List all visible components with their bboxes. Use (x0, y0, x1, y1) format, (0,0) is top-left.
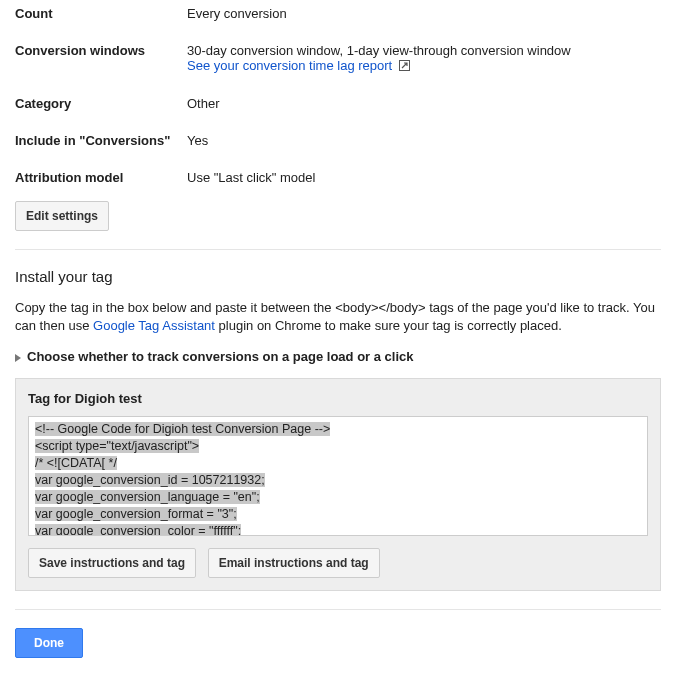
chevron-right-icon (15, 354, 21, 362)
row-count: Count Every conversion (15, 0, 661, 37)
row-attribution: Attribution model Use "Last click" model (15, 164, 661, 201)
tag-box: Tag for Digioh test <!-- Google Code for… (15, 378, 661, 591)
install-tag-title: Install your tag (15, 268, 661, 285)
label-include: Include in "Conversions" (15, 127, 187, 164)
row-category: Category Other (15, 90, 661, 127)
value-count: Every conversion (187, 0, 661, 37)
external-link-icon (399, 59, 410, 74)
install-description: Copy the tag in the box below and paste … (15, 299, 661, 335)
time-lag-report-link[interactable]: See your conversion time lag report (187, 58, 392, 73)
label-attribution: Attribution model (15, 164, 187, 201)
google-tag-assistant-link[interactable]: Google Tag Assistant (93, 318, 215, 333)
divider (15, 249, 661, 250)
value-category: Other (187, 90, 661, 127)
done-button[interactable]: Done (15, 628, 83, 658)
tag-code-textarea[interactable]: <!-- Google Code for Digioh test Convers… (28, 416, 648, 536)
row-conversion-windows: Conversion windows 30-day conversion win… (15, 37, 661, 90)
label-count: Count (15, 0, 187, 37)
label-category: Category (15, 90, 187, 127)
save-instructions-button[interactable]: Save instructions and tag (28, 548, 196, 578)
track-method-expander[interactable]: Choose whether to track conversions on a… (15, 349, 661, 364)
value-attribution: Use "Last click" model (187, 164, 661, 201)
tag-box-title: Tag for Digioh test (28, 391, 648, 406)
email-instructions-button[interactable]: Email instructions and tag (208, 548, 380, 578)
edit-settings-button[interactable]: Edit settings (15, 201, 109, 231)
conversion-windows-text: 30-day conversion window, 1-day view-thr… (187, 43, 571, 58)
value-include: Yes (187, 127, 661, 164)
label-conversion-windows: Conversion windows (15, 37, 187, 90)
row-include: Include in "Conversions" Yes (15, 127, 661, 164)
settings-table: Count Every conversion Conversion window… (15, 0, 661, 201)
value-conversion-windows: 30-day conversion window, 1-day view-thr… (187, 37, 661, 90)
divider (15, 609, 661, 610)
